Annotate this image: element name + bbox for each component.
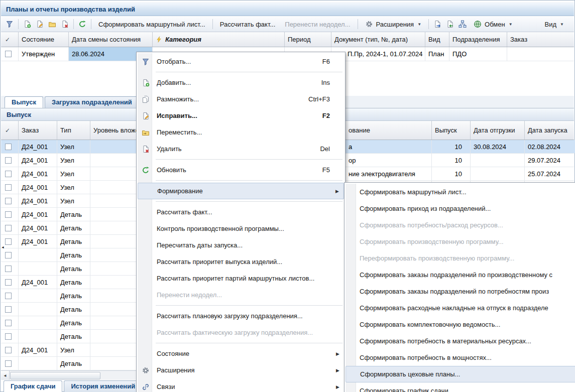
- menu-item[interactable]: Сформировать расходные накладные на отпу…: [346, 300, 575, 316]
- make-route-sheet-button[interactable]: Сформировать маршрутный лист...: [94, 19, 210, 30]
- menu-item[interactable]: Сформировать заказы подразделений по про…: [346, 267, 575, 283]
- select-all-header[interactable]: ✓: [1, 32, 19, 47]
- row-checkbox[interactable]: [5, 171, 12, 177]
- refresh-icon[interactable]: [76, 18, 88, 30]
- menu-item[interactable]: Рассчитать факт...: [138, 204, 344, 220]
- menu-item[interactable]: Контроль производственной программы...: [138, 220, 344, 237]
- import-doc-icon[interactable]: [444, 18, 456, 30]
- row-checkbox[interactable]: [5, 144, 12, 150]
- menu-item: Перенести недодел...: [138, 287, 344, 303]
- menu-item[interactable]: Сформировать цеховые планы...: [346, 366, 575, 382]
- menu-item[interactable]: Сформировать приход из подразделений...: [346, 200, 575, 217]
- bottom-tab[interactable]: История изменений: [64, 380, 142, 392]
- row-checkbox[interactable]: [5, 360, 12, 367]
- view-label: Вид: [545, 21, 557, 28]
- bottom-tabs: График сдачиИстория изменений: [1, 380, 142, 392]
- column-header[interactable]: Период: [285, 32, 331, 47]
- cell: Д24_001: [19, 167, 57, 180]
- splitter-collapse-icon[interactable]: ◄: [1, 243, 5, 251]
- column-header[interactable]: Состояние: [19, 32, 69, 47]
- column-header[interactable]: Заказ: [19, 121, 57, 140]
- add-doc-icon[interactable]: [21, 18, 33, 30]
- row-checkbox[interactable]: [5, 293, 12, 299]
- menu-item: Сформировать производственную программу.…: [346, 233, 575, 250]
- row-checkbox[interactable]: [5, 225, 12, 231]
- open-folder-icon[interactable]: [46, 18, 58, 30]
- menu-item[interactable]: Отобрать...F6: [138, 53, 344, 70]
- move-backlog-button: Перенести недодел...: [280, 19, 355, 30]
- row-checkbox[interactable]: [5, 211, 12, 218]
- row-checkbox[interactable]: [5, 279, 12, 286]
- row-checkbox[interactable]: [5, 252, 12, 258]
- view-tab[interactable]: Загрузка подразделений: [45, 96, 139, 108]
- extensions-icon: [365, 20, 374, 29]
- cell: Д24_001: [19, 208, 57, 221]
- menu-item-icon-empty: [349, 237, 358, 246]
- row-checkbox[interactable]: [5, 238, 12, 245]
- scrollbar-thumb[interactable]: [10, 372, 100, 379]
- row-checkbox[interactable]: [5, 306, 12, 313]
- menu-item-icon-empty: [141, 274, 150, 283]
- menu-item[interactable]: УдалитьDel: [138, 141, 344, 157]
- row-checkbox[interactable]: [5, 347, 12, 353]
- menu-item[interactable]: Рассчитать приоритет партий маршрутных л…: [138, 270, 344, 287]
- menu-item[interactable]: Формирование▶: [138, 183, 344, 199]
- menu-item[interactable]: Рассчитать плановую загрузку подразделен…: [138, 308, 344, 324]
- view-button[interactable]: Вид ▼: [540, 19, 568, 30]
- row-checkbox[interactable]: [5, 198, 12, 204]
- delete-doc-icon[interactable]: [59, 18, 71, 30]
- menu-item[interactable]: Состояние▶: [138, 345, 344, 362]
- extensions-button[interactable]: Расширения ▼: [361, 18, 426, 31]
- menu-item[interactable]: Сформировать потребность в мощностях...: [346, 349, 575, 366]
- menu-shortcut: F6: [322, 58, 330, 65]
- column-header[interactable]: Дата отгрузки: [471, 121, 525, 140]
- menu-item[interactable]: Связи▶: [138, 378, 344, 392]
- menu-item-icon-empty: [141, 349, 150, 358]
- column-header[interactable]: Вид: [425, 32, 449, 47]
- row-checkbox[interactable]: [5, 157, 12, 164]
- export-doc-icon[interactable]: [431, 18, 443, 30]
- menu-item[interactable]: Сформировать потребность в материальных …: [346, 333, 575, 349]
- column-header[interactable]: Дата запуска: [525, 121, 575, 140]
- menu-item[interactable]: Переместить...: [138, 124, 344, 141]
- menu-item[interactable]: Исправить...F2: [138, 107, 344, 124]
- menu-item[interactable]: Сформировать заказы подразделений по пот…: [346, 283, 575, 300]
- menu-item[interactable]: Сформировать комплектовочную ведомость..…: [346, 316, 575, 333]
- menu-item[interactable]: Размножить...Ctrl+F3: [138, 91, 344, 107]
- menu-item-label: Связи: [157, 383, 175, 390]
- menu-item[interactable]: Сформировать маршрутный лист...: [346, 184, 575, 200]
- menu-item[interactable]: Пересчитать даты запуска...: [138, 237, 344, 253]
- cell: Узел: [57, 140, 90, 153]
- menu-item[interactable]: ОбновитьF5: [138, 162, 344, 178]
- row-checkbox[interactable]: [5, 184, 12, 191]
- menu-item[interactable]: Добавить...Ins: [138, 74, 344, 91]
- view-tab[interactable]: Выпуск: [5, 96, 43, 108]
- edit-doc-icon[interactable]: [34, 18, 46, 30]
- cell: Д24_001: [19, 235, 57, 248]
- column-header[interactable]: Выпуск: [432, 121, 471, 140]
- column-header[interactable]: Подразделения: [449, 32, 507, 47]
- cell: Деталь: [57, 262, 90, 275]
- chevron-down-icon: ▼: [417, 22, 421, 27]
- select-all-header[interactable]: ✓: [1, 121, 19, 140]
- menu-item[interactable]: Рассчитать приоритет выпуска изделий...: [138, 253, 344, 270]
- column-header[interactable]: Тип: [57, 121, 90, 140]
- scroll-left-icon[interactable]: ◄: [1, 371, 10, 380]
- menu-item-label: Исправить...: [157, 112, 197, 119]
- column-header[interactable]: Заказ: [507, 32, 575, 47]
- calc-fact-button[interactable]: Рассчитать факт...: [215, 19, 280, 30]
- exchange-button[interactable]: Обмен ▼: [469, 18, 517, 31]
- filter-icon[interactable]: [4, 18, 16, 30]
- checkbox-cell: [1, 181, 19, 194]
- column-header[interactable]: Документ (тип, №, дата): [331, 32, 425, 47]
- menu-item[interactable]: Сформировать график сдачи...: [346, 382, 575, 392]
- menu-item[interactable]: Расширения▶: [138, 362, 344, 378]
- row-checkbox[interactable]: [5, 51, 12, 57]
- row-checkbox[interactable]: [5, 333, 12, 340]
- column-header[interactable]: Дата смены состояния: [69, 32, 153, 47]
- row-checkbox[interactable]: [5, 320, 12, 326]
- row-checkbox[interactable]: [5, 266, 12, 272]
- column-header[interactable]: Категория: [153, 32, 285, 47]
- structure-icon[interactable]: [456, 18, 469, 30]
- bottom-tab[interactable]: График сдачи: [4, 380, 62, 392]
